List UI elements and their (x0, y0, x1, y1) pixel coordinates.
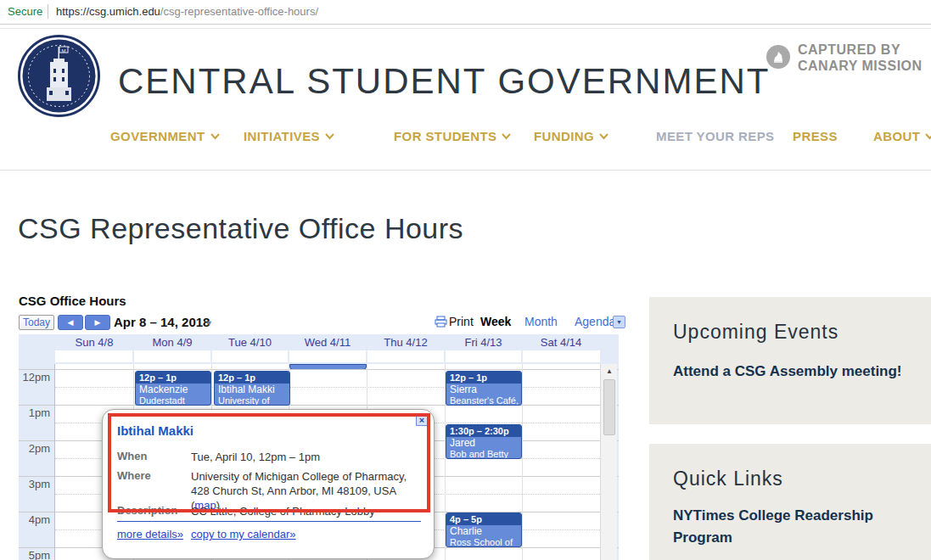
chevron-down-icon (325, 133, 334, 140)
event-popup: × Ibtihal Makki When Tue, April 10, 12pm… (102, 409, 435, 559)
event-location: Ross School of (446, 537, 521, 547)
calendar-title: CSG Office Hours (19, 294, 126, 308)
calendar-event-charlie[interactable]: 4p – 5p Charlie Ross School of (446, 512, 522, 547)
day-header-wed: Wed 4/11 (289, 336, 367, 349)
page-top-divider (0, 28, 931, 29)
print-button[interactable]: Print (435, 315, 474, 328)
time-label-1pm: 1pm (19, 406, 50, 419)
header-divider (0, 170, 931, 171)
url-host: https://csg.umich.edu (56, 5, 160, 18)
more-details-link[interactable]: more details» (117, 528, 183, 540)
chevron-down-icon (210, 133, 220, 140)
tab-month[interactable]: Month (524, 315, 558, 328)
site-title: CENTRAL STUDENT GOVERNMENT (118, 61, 770, 102)
chevron-down-icon (925, 133, 931, 140)
event-name: Ibtihal Makki (215, 384, 289, 395)
tab-week[interactable]: Week (480, 315, 511, 328)
nytimes-readership-link[interactable]: NYTimes College Readership Program (673, 505, 911, 549)
copy-to-calendar-link[interactable]: copy to my calendar» (191, 528, 296, 540)
calendar-event-jared[interactable]: 1:30p – 2:30p Jared Bob and Betty (446, 424, 522, 459)
time-label-3pm: 3pm (19, 478, 50, 490)
url-path: /csg-representative-office-hours/ (160, 5, 318, 18)
day-header-thu: Thu 4/12 (367, 336, 445, 349)
event-location: Beanster's Café, (446, 395, 521, 406)
prev-week-button[interactable]: ◀ (58, 315, 83, 330)
secure-badge[interactable]: Secure (8, 5, 42, 18)
event-time: 12p – 1p (446, 372, 521, 384)
watermark-line2: CANARY MISSION (798, 58, 923, 74)
page: { "browser": { "secure_label": "Secure",… (0, 0, 931, 560)
quick-links-heading: Quick Links (673, 468, 783, 490)
umich-seal-logo[interactable]: M (18, 35, 100, 117)
chevron-down-icon (599, 133, 609, 140)
upcoming-events-box: Upcoming Events Attend a CSG Assembly me… (649, 297, 931, 424)
upcoming-events-heading: Upcoming Events (673, 321, 838, 344)
close-icon[interactable]: × (416, 414, 428, 426)
today-button[interactable]: Today (19, 315, 54, 330)
event-location: Bob and Betty (446, 449, 521, 459)
popup-title: Ibtihal Makki (117, 423, 193, 438)
date-range[interactable]: Apr 8 – 14, 2018 (114, 315, 210, 329)
description-value: CC Little, College of Pharmacy Lobby (191, 504, 422, 518)
event-name: Mackenzie (136, 384, 210, 395)
day-header-sat: Sat 4/14 (522, 336, 600, 349)
event-time: 1:30p – 2:30p (446, 425, 521, 437)
nav-funding[interactable]: FUNDING (534, 129, 609, 143)
event-time: 12p – 1p (136, 372, 210, 384)
calendar-event-mackenzie[interactable]: 12p – 1p Mackenzie Duderstadt (135, 371, 211, 406)
day-header-tue: Tue 4/10 (211, 336, 289, 349)
seal-icon: M (18, 35, 100, 117)
nav-initiatives[interactable]: INITIATIVES (244, 129, 334, 143)
upcoming-events-text[interactable]: Attend a CSG Assembly meeting! (673, 361, 911, 383)
description-label: Description (117, 504, 178, 517)
event-name: Sierra (446, 384, 521, 395)
popup-separator (117, 521, 421, 522)
time-label-4pm: 4pm (19, 513, 50, 526)
day-header-sun: Sun 4/8 (55, 336, 133, 349)
event-time: 12p – 1p (215, 372, 289, 384)
day-header-mon: Mon 4/9 (133, 336, 211, 349)
nav-government[interactable]: GOVERNMENT (110, 129, 220, 143)
calendar-event-sierra[interactable]: 12p – 1p Sierra Beanster's Café, (446, 371, 522, 406)
calendar-event-ibtihal-makki[interactable]: 12p – 1p Ibtihal Makki University of (214, 371, 290, 406)
day-header-fri: Fri 4/13 (445, 336, 522, 349)
time-label-2pm: 2pm (19, 442, 50, 455)
event-time: 4p – 5p (446, 513, 521, 525)
agenda-dropdown-button[interactable]: ▼ (613, 316, 625, 328)
date-dropdown-icon[interactable]: ▼ (205, 319, 213, 328)
next-week-button[interactable]: ▶ (85, 315, 110, 330)
when-label: When (117, 450, 147, 462)
canary-bird-icon (766, 45, 790, 69)
nav-press[interactable]: PRESS (793, 129, 838, 143)
url-divider (48, 4, 48, 19)
all-day-row (55, 350, 600, 362)
time-label-5pm: 5pm (19, 549, 50, 560)
page-title: CSG Representative Office Hours (18, 212, 463, 245)
tab-agenda[interactable]: Agenda (575, 315, 615, 328)
scrollbar-thumb[interactable] (603, 379, 615, 435)
printer-icon (435, 316, 447, 328)
event-location: Duderstadt (136, 395, 210, 406)
chevron-down-icon (502, 133, 511, 140)
url-text[interactable]: https://csg.umich.edu/csg-representative… (56, 5, 318, 18)
nav-meet-your-reps[interactable]: MEET YOUR REPS (656, 129, 775, 143)
event-location: University of (215, 395, 289, 406)
nav-for-students[interactable]: FOR STUDENTS (394, 129, 511, 143)
event-name: Charlie (446, 525, 521, 537)
scroll-up-icon[interactable]: ▲ (603, 366, 616, 378)
svg-text:M: M (62, 48, 66, 53)
watermark-line1: CAPTURED BY (798, 42, 923, 58)
nav-about[interactable]: ABOUT (873, 129, 931, 143)
time-label-12pm: 12pm (19, 371, 50, 384)
browser-url-bar[interactable]: Secure https://csg.umich.edu/csg-represe… (0, 0, 931, 25)
calendar-scrollbar[interactable]: ▲ (600, 364, 617, 560)
quick-links-box: Quick Links NYTimes College Readership P… (649, 444, 931, 560)
event-name: Jared (446, 437, 521, 449)
when-value: Tue, April 10, 12pm – 1pm (191, 450, 422, 464)
where-label: Where (117, 469, 151, 482)
